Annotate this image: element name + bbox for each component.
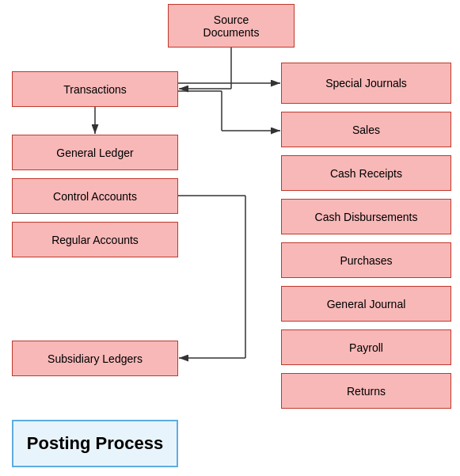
regular-accounts-label: Regular Accounts <box>51 234 139 246</box>
source-documents-box: Source Documents <box>168 4 295 48</box>
cash-disbursements-box: Cash Disbursements <box>281 199 451 234</box>
subsidiary-ledgers-box: Subsidiary Ledgers <box>12 341 178 376</box>
special-journals-box: Special Journals <box>281 63 451 104</box>
general-ledger-box: General Ledger <box>12 135 178 170</box>
general-journal-label: General Journal <box>327 298 406 310</box>
subsidiary-ledgers-label: Subsidiary Ledgers <box>48 352 143 365</box>
cash-receipts-label: Cash Receipts <box>330 167 402 180</box>
sales-label: Sales <box>352 124 380 136</box>
control-accounts-label: Control Accounts <box>53 190 137 203</box>
returns-label: Returns <box>347 385 386 398</box>
general-ledger-label: General Ledger <box>56 147 133 159</box>
returns-box: Returns <box>281 373 451 409</box>
cash-receipts-box: Cash Receipts <box>281 155 451 191</box>
control-accounts-box: Control Accounts <box>12 178 178 214</box>
source-documents-label: Source Documents <box>203 13 260 39</box>
regular-accounts-box: Regular Accounts <box>12 222 178 257</box>
cash-disbursements-label: Cash Disbursements <box>315 211 418 223</box>
transactions-label: Transactions <box>63 83 127 96</box>
purchases-label: Purchases <box>340 254 392 267</box>
posting-process-box: Posting Process <box>12 420 178 467</box>
special-journals-label: Special Journals <box>325 77 407 89</box>
posting-process-label: Posting Process <box>27 433 163 454</box>
transactions-box: Transactions <box>12 71 178 107</box>
payroll-box: Payroll <box>281 329 451 365</box>
sales-box: Sales <box>281 112 451 147</box>
payroll-label: Payroll <box>349 341 383 354</box>
purchases-box: Purchases <box>281 242 451 278</box>
general-journal-box: General Journal <box>281 286 451 322</box>
